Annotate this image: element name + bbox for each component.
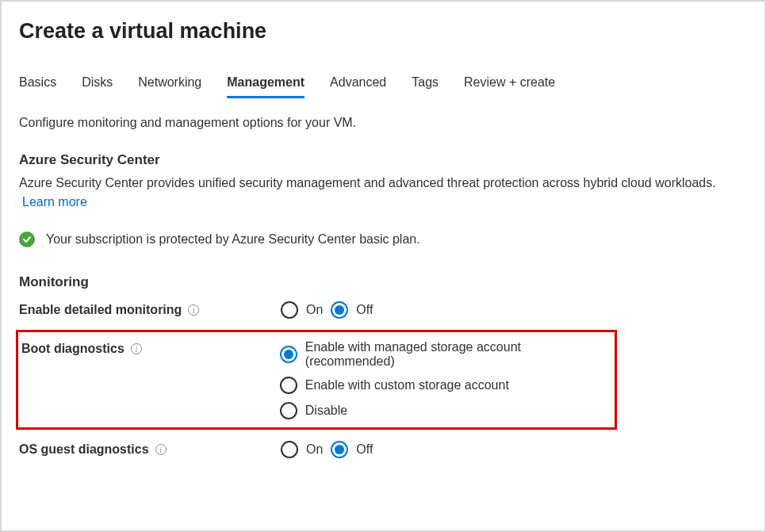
guest-diagnostics-label-text: OS guest diagnostics — [19, 442, 149, 457]
radio-label: On — [306, 303, 323, 317]
tab-basics[interactable]: Basics — [19, 72, 56, 98]
security-learn-more-link[interactable]: Learn more — [22, 195, 87, 209]
detailed-monitoring-label: Enable detailed monitoring i — [19, 301, 281, 317]
detailed-monitoring-radio-group: On Off — [281, 301, 373, 319]
boot-diagnostics-row: Boot diagnostics i Enable with managed s… — [20, 340, 610, 419]
radio-label: Enable with custom storage account — [305, 378, 509, 392]
boot-diagnostics-disable-radio[interactable]: Disable — [280, 402, 610, 419]
detailed-monitoring-on-radio[interactable]: On — [281, 301, 323, 319]
detailed-monitoring-off-radio[interactable]: Off — [331, 301, 373, 319]
info-icon[interactable]: i — [131, 343, 142, 354]
boot-diagnostics-label-text: Boot diagnostics — [21, 342, 124, 356]
boot-diagnostics-highlight: Boot diagnostics i Enable with managed s… — [16, 330, 617, 430]
page-title: Create a virtual machine — [19, 19, 749, 44]
detailed-monitoring-label-text: Enable detailed monitoring — [19, 303, 182, 317]
info-icon[interactable]: i — [155, 444, 167, 455]
security-heading: Azure Security Center — [19, 152, 749, 168]
radio-label: Off — [356, 303, 373, 317]
tab-networking[interactable]: Networking — [138, 72, 201, 98]
guest-diagnostics-on-radio[interactable]: On — [281, 441, 323, 458]
security-status-row: Your subscription is protected by Azure … — [19, 232, 749, 247]
info-icon[interactable]: i — [188, 304, 199, 316]
detailed-monitoring-row: Enable detailed monitoring i On Off — [17, 301, 749, 319]
boot-diagnostics-managed-radio[interactable]: Enable with managed storage account (rec… — [280, 340, 610, 369]
radio-label: Off — [356, 442, 373, 457]
guest-diagnostics-radio-group: On Off — [281, 441, 373, 458]
guest-diagnostics-label: OS guest diagnostics i — [19, 441, 281, 457]
boot-diagnostics-radio-group: Enable with managed storage account (rec… — [280, 340, 610, 419]
guest-diagnostics-off-radio[interactable]: Off — [331, 441, 373, 458]
radio-icon — [280, 402, 297, 419]
tab-disks[interactable]: Disks — [82, 72, 113, 98]
radio-label: Enable with managed storage account (rec… — [305, 340, 610, 369]
checkmark-icon — [19, 232, 35, 247]
security-description: Azure Security Center provides unified s… — [19, 176, 733, 190]
monitoring-heading: Monitoring — [19, 274, 749, 290]
intro-text: Configure monitoring and management opti… — [19, 116, 749, 130]
tab-advanced[interactable]: Advanced — [330, 72, 386, 98]
tab-bar: Basics Disks Networking Management Advan… — [19, 72, 747, 98]
create-vm-page: Create a virtual machine Basics Disks Ne… — [0, 0, 766, 532]
tab-management[interactable]: Management — [227, 72, 304, 98]
guest-diagnostics-row: OS guest diagnostics i On Off — [17, 441, 749, 458]
radio-icon — [280, 377, 297, 394]
security-status-text: Your subscription is protected by Azure … — [46, 232, 420, 247]
radio-icon — [280, 346, 297, 363]
radio-icon — [281, 301, 298, 319]
radio-label: On — [306, 442, 323, 457]
tab-tags[interactable]: Tags — [412, 72, 439, 98]
boot-diagnostics-label: Boot diagnostics i — [21, 340, 280, 356]
boot-diagnostics-custom-radio[interactable]: Enable with custom storage account — [280, 377, 610, 394]
tab-review-create[interactable]: Review + create — [464, 72, 555, 98]
radio-icon — [331, 441, 348, 458]
radio-icon — [331, 301, 348, 319]
radio-icon — [281, 441, 298, 458]
radio-label: Disable — [305, 404, 347, 418]
